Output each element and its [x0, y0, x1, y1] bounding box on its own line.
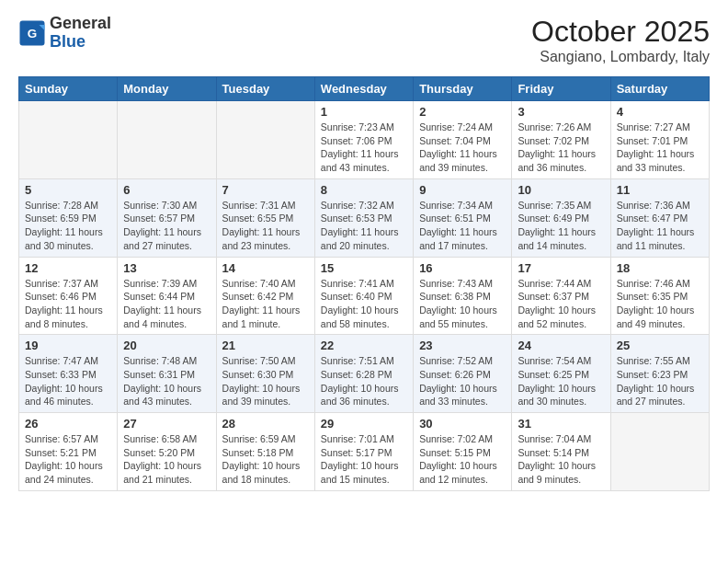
col-thursday: Thursday	[414, 77, 512, 101]
col-sunday: Sunday	[19, 77, 118, 101]
day-number: 28	[222, 417, 309, 431]
table-row: 19Sunrise: 7:47 AMSunset: 6:33 PMDayligh…	[19, 335, 118, 413]
logo-text: General Blue	[50, 15, 111, 52]
day-number: 31	[518, 417, 604, 431]
table-row: 3Sunrise: 7:26 AMSunset: 7:02 PMDaylight…	[512, 101, 610, 179]
day-info: Sunrise: 7:39 AMSunset: 6:44 PMDaylight:…	[123, 277, 210, 331]
title-block: October 2025 Sangiano, Lombardy, Italy	[531, 15, 710, 65]
calendar-header-row: Sunday Monday Tuesday Wednesday Thursday…	[19, 77, 710, 101]
table-row: 25Sunrise: 7:55 AMSunset: 6:23 PMDayligh…	[610, 335, 709, 413]
day-number: 6	[123, 183, 210, 197]
calendar-week-row: 12Sunrise: 7:37 AMSunset: 6:46 PMDayligh…	[19, 257, 710, 335]
table-row: 27Sunrise: 6:58 AMSunset: 5:20 PMDayligh…	[118, 413, 216, 491]
day-info: Sunrise: 7:27 AMSunset: 7:01 PMDaylight:…	[617, 121, 703, 175]
table-row	[118, 101, 216, 179]
svg-text:G: G	[28, 26, 38, 40]
day-info: Sunrise: 7:47 AMSunset: 6:33 PMDaylight:…	[25, 354, 111, 408]
location-subtitle: Sangiano, Lombardy, Italy	[531, 49, 710, 65]
day-info: Sunrise: 6:59 AMSunset: 5:18 PMDaylight:…	[222, 432, 309, 487]
day-number: 20	[123, 339, 210, 352]
table-row: 23Sunrise: 7:52 AMSunset: 6:26 PMDayligh…	[414, 335, 512, 413]
day-number: 14	[222, 261, 309, 275]
table-row: 11Sunrise: 7:36 AMSunset: 6:47 PMDayligh…	[610, 178, 709, 257]
day-info: Sunrise: 7:36 AMSunset: 6:47 PMDaylight:…	[617, 199, 703, 253]
day-info: Sunrise: 7:23 AMSunset: 7:06 PMDaylight:…	[321, 121, 407, 175]
table-row: 18Sunrise: 7:46 AMSunset: 6:35 PMDayligh…	[610, 257, 709, 335]
table-row: 15Sunrise: 7:41 AMSunset: 6:40 PMDayligh…	[314, 257, 413, 335]
col-wednesday: Wednesday	[314, 77, 413, 101]
day-info: Sunrise: 7:50 AMSunset: 6:30 PMDaylight:…	[222, 354, 309, 408]
day-info: Sunrise: 7:55 AMSunset: 6:23 PMDaylight:…	[617, 354, 703, 408]
table-row: 31Sunrise: 7:04 AMSunset: 5:14 PMDayligh…	[512, 413, 610, 491]
table-row	[216, 101, 314, 179]
calendar-table: Sunday Monday Tuesday Wednesday Thursday…	[18, 76, 710, 491]
table-row: 14Sunrise: 7:40 AMSunset: 6:42 PMDayligh…	[216, 257, 314, 335]
table-row: 12Sunrise: 7:37 AMSunset: 6:46 PMDayligh…	[19, 257, 118, 335]
logo-icon: G	[18, 19, 46, 47]
table-row: 17Sunrise: 7:44 AMSunset: 6:37 PMDayligh…	[512, 257, 610, 335]
day-number: 5	[25, 183, 111, 197]
day-number: 29	[321, 417, 407, 431]
day-info: Sunrise: 7:28 AMSunset: 6:59 PMDaylight:…	[25, 199, 111, 253]
page-header: G General Blue October 2025 Sangiano, Lo…	[18, 15, 710, 65]
table-row: 29Sunrise: 7:01 AMSunset: 5:17 PMDayligh…	[314, 413, 413, 491]
day-info: Sunrise: 6:58 AMSunset: 5:20 PMDaylight:…	[123, 432, 210, 487]
calendar-week-row: 5Sunrise: 7:28 AMSunset: 6:59 PMDaylight…	[19, 178, 710, 257]
table-row: 1Sunrise: 7:23 AMSunset: 7:06 PMDaylight…	[314, 101, 413, 179]
day-number: 12	[25, 261, 111, 275]
table-row: 2Sunrise: 7:24 AMSunset: 7:04 PMDaylight…	[414, 101, 512, 179]
day-info: Sunrise: 7:40 AMSunset: 6:42 PMDaylight:…	[222, 277, 309, 331]
day-info: Sunrise: 7:37 AMSunset: 6:46 PMDaylight:…	[25, 277, 111, 331]
col-tuesday: Tuesday	[216, 77, 314, 101]
calendar-week-row: 26Sunrise: 6:57 AMSunset: 5:21 PMDayligh…	[19, 413, 710, 491]
day-info: Sunrise: 7:52 AMSunset: 6:26 PMDaylight:…	[419, 354, 506, 408]
table-row: 28Sunrise: 6:59 AMSunset: 5:18 PMDayligh…	[216, 413, 314, 491]
day-number: 16	[419, 261, 506, 275]
calendar-week-row: 1Sunrise: 7:23 AMSunset: 7:06 PMDaylight…	[19, 101, 710, 179]
day-number: 11	[617, 183, 703, 197]
day-info: Sunrise: 7:31 AMSunset: 6:55 PMDaylight:…	[222, 199, 309, 253]
table-row: 10Sunrise: 7:35 AMSunset: 6:49 PMDayligh…	[512, 178, 610, 257]
day-info: Sunrise: 7:51 AMSunset: 6:28 PMDaylight:…	[321, 354, 407, 408]
day-number: 15	[321, 261, 407, 275]
table-row: 30Sunrise: 7:02 AMSunset: 5:15 PMDayligh…	[414, 413, 512, 491]
day-number: 19	[25, 339, 111, 352]
day-number: 27	[123, 417, 210, 431]
col-friday: Friday	[512, 77, 610, 101]
day-info: Sunrise: 7:02 AMSunset: 5:15 PMDaylight:…	[419, 432, 506, 487]
table-row: 8Sunrise: 7:32 AMSunset: 6:53 PMDaylight…	[314, 178, 413, 257]
day-info: Sunrise: 7:54 AMSunset: 6:25 PMDaylight:…	[518, 354, 604, 408]
table-row: 22Sunrise: 7:51 AMSunset: 6:28 PMDayligh…	[314, 335, 413, 413]
day-number: 2	[419, 105, 506, 119]
table-row	[19, 101, 118, 179]
logo: G General Blue	[18, 15, 111, 52]
day-info: Sunrise: 7:30 AMSunset: 6:57 PMDaylight:…	[123, 199, 210, 253]
day-number: 23	[419, 339, 506, 352]
table-row: 16Sunrise: 7:43 AMSunset: 6:38 PMDayligh…	[414, 257, 512, 335]
day-info: Sunrise: 7:35 AMSunset: 6:49 PMDaylight:…	[518, 199, 604, 253]
table-row	[610, 413, 709, 491]
table-row: 21Sunrise: 7:50 AMSunset: 6:30 PMDayligh…	[216, 335, 314, 413]
day-info: Sunrise: 7:32 AMSunset: 6:53 PMDaylight:…	[321, 199, 407, 253]
day-number: 26	[25, 417, 111, 431]
day-info: Sunrise: 7:48 AMSunset: 6:31 PMDaylight:…	[123, 354, 210, 408]
day-number: 3	[518, 105, 604, 119]
day-info: Sunrise: 7:34 AMSunset: 6:51 PMDaylight:…	[419, 199, 506, 253]
day-info: Sunrise: 7:26 AMSunset: 7:02 PMDaylight:…	[518, 121, 604, 175]
table-row: 9Sunrise: 7:34 AMSunset: 6:51 PMDaylight…	[414, 178, 512, 257]
col-monday: Monday	[118, 77, 216, 101]
day-info: Sunrise: 6:57 AMSunset: 5:21 PMDaylight:…	[25, 432, 111, 487]
table-row: 5Sunrise: 7:28 AMSunset: 6:59 PMDaylight…	[19, 178, 118, 257]
table-row: 26Sunrise: 6:57 AMSunset: 5:21 PMDayligh…	[19, 413, 118, 491]
day-number: 4	[617, 105, 703, 119]
day-number: 7	[222, 183, 309, 197]
day-number: 22	[321, 339, 407, 352]
logo-blue: Blue	[50, 33, 111, 52]
day-number: 25	[617, 339, 703, 352]
day-number: 30	[419, 417, 506, 431]
table-row: 6Sunrise: 7:30 AMSunset: 6:57 PMDaylight…	[118, 178, 216, 257]
day-info: Sunrise: 7:24 AMSunset: 7:04 PMDaylight:…	[419, 121, 506, 175]
day-number: 17	[518, 261, 604, 275]
day-number: 10	[518, 183, 604, 197]
day-info: Sunrise: 7:41 AMSunset: 6:40 PMDaylight:…	[321, 277, 407, 331]
